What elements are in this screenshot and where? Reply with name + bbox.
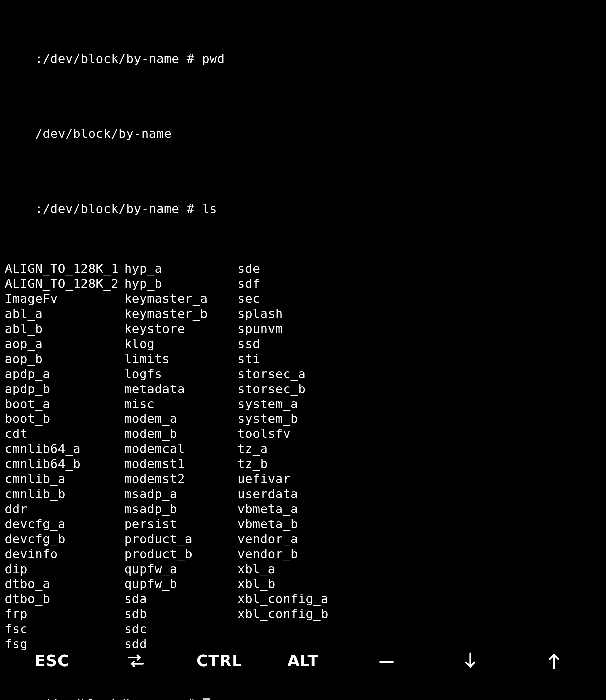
terminal-output[interactable]: :/dev/block/by-name # pwd /dev/block/by-… (0, 0, 606, 700)
ls-entry: keystore (124, 321, 237, 336)
ls-entry: vbmeta_a (237, 501, 298, 516)
terminal-cursor (203, 698, 210, 700)
ls-entry: splash (237, 306, 283, 321)
ls-row: dipqupfw_axbl_a (5, 562, 601, 577)
ctrl-key-button[interactable]: CTRL (195, 651, 243, 670)
ls-row: apdp_bmetadatastorsec_b (5, 381, 601, 396)
ls-entry: modemcal (124, 441, 237, 456)
ls-entry: fsc (5, 621, 124, 636)
ls-entry: storsec_b (237, 381, 306, 396)
ls-row: ALIGN_TO_128K_1hyp_asde (5, 261, 601, 276)
ls-entry: abl_b (5, 321, 124, 336)
ls-entry: system_a (237, 396, 298, 412)
ls-entry: userdata (237, 486, 298, 501)
ls-entry: xbl_config_b (237, 606, 328, 621)
ls-row: boot_amiscsystem_a (5, 396, 601, 412)
shell-command: pwd (202, 52, 225, 66)
ls-entry: xbl_b (237, 576, 275, 591)
tab-key-button[interactable] (112, 651, 160, 670)
ls-entry: qupfw_b (124, 576, 237, 591)
ls-entry: vbmeta_b (237, 516, 298, 531)
ls-entry: toolsfv (237, 426, 290, 441)
ls-row: boot_bmodem_asystem_b (5, 411, 601, 426)
ls-entry: vendor_b (237, 547, 298, 562)
ls-row: dtbo_aqupfw_bxbl_b (5, 576, 601, 591)
ls-entry: storsec_a (237, 366, 306, 381)
ls-entry: system_b (237, 411, 298, 426)
ls-entry: qupfw_a (124, 562, 237, 577)
extra-keys-toolbar: ESC CTRL ALT — (0, 642, 606, 679)
ls-entry: product_b (124, 547, 237, 562)
ls-row: abl_bkeystorespunvm (5, 321, 601, 336)
ls-row: devcfg_apersistvbmeta_b (5, 516, 601, 531)
ls-entry: ALIGN_TO_128K_2 (5, 276, 124, 291)
ls-entry: cmnlib64_a (5, 441, 124, 456)
ls-entry: product_a (124, 531, 237, 547)
alt-key-label: ALT (287, 651, 319, 670)
arrow-up-button[interactable] (530, 651, 578, 670)
ls-row: frpsdbxbl_config_b (5, 606, 601, 621)
ls-row: cdtmodem_btoolsfv (5, 426, 601, 441)
ls-entry: sdc (124, 621, 237, 636)
dash-key-label: — (379, 651, 395, 670)
ls-entry: dip (5, 562, 124, 577)
ls-row: ddrmsadp_bvbmeta_a (5, 501, 601, 516)
ls-entry: modem_a (124, 411, 237, 426)
esc-key-button[interactable]: ESC (28, 651, 76, 670)
ls-row: cmnlib_bmsadp_auserdata (5, 486, 601, 501)
ls-entry: frp (5, 606, 124, 621)
ls-entry: keymaster_b (124, 306, 237, 321)
ls-entry: metadata (124, 381, 237, 396)
ls-entry: devcfg_a (5, 516, 124, 531)
alt-key-button[interactable]: ALT (279, 651, 327, 670)
tab-icon (126, 651, 145, 670)
ls-entry: spunvm (237, 321, 283, 336)
ls-entry: boot_b (5, 411, 124, 426)
ls-entry: sdf (237, 276, 260, 291)
ls-entry: misc (124, 396, 237, 412)
ls-row: fscsdc (5, 621, 601, 636)
ls-entry: aop_b (5, 351, 124, 366)
dash-key-button[interactable]: — (363, 651, 411, 670)
arrow-down-button[interactable] (446, 651, 494, 670)
ls-row: devinfoproduct_bvendor_b (5, 547, 601, 562)
ls-row: aop_aklogssd (5, 336, 601, 351)
ls-entry: modemst1 (124, 456, 237, 471)
ls-entry: uefivar (237, 471, 290, 486)
ls-entry: sec (237, 291, 260, 306)
ls-row: cmnlib64_amodemcaltz_a (5, 441, 601, 456)
ls-entry: cmnlib64_b (5, 456, 124, 471)
ls-entry: apdp_a (5, 366, 124, 381)
ls-entry: xbl_a (237, 562, 275, 577)
ls-row: apdp_alogfsstorsec_a (5, 366, 601, 381)
ls-row: cmnlib_amodemst2uefivar (5, 471, 601, 486)
ls-entry: ImageFv (5, 291, 124, 306)
shell-prompt: :/dev/block/by-name # (35, 202, 202, 216)
ls-entry: sde (237, 261, 260, 276)
ls-entry: devcfg_b (5, 531, 124, 547)
ls-row: dtbo_bsdaxbl_config_a (5, 591, 601, 606)
ls-row: devcfg_bproduct_avendor_a (5, 531, 601, 547)
ls-entry: sda (124, 591, 237, 606)
arrow-up-icon (546, 651, 562, 670)
ls-entry: cmnlib_b (5, 486, 124, 501)
ls-entry: keymaster_a (124, 291, 237, 306)
ls-row: abl_akeymaster_bsplash (5, 306, 601, 321)
ls-row: aop_blimitssti (5, 351, 601, 366)
ls-entry: cdt (5, 426, 124, 441)
shell-prompt: :/dev/block/by-name # (35, 697, 202, 700)
ls-entry: aop_a (5, 336, 124, 351)
ls-row: cmnlib64_bmodemst1tz_b (5, 456, 601, 471)
ls-entry: boot_a (5, 396, 124, 412)
ctrl-key-label: CTRL (196, 651, 242, 670)
ls-entry: logfs (124, 366, 237, 381)
ls-entry: persist (124, 516, 237, 531)
ls-entry: limits (124, 351, 237, 366)
arrow-down-icon (463, 651, 478, 670)
ls-entry: ddr (5, 501, 124, 516)
ls-entry: tz_a (237, 441, 268, 456)
ls-entry: klog (124, 336, 237, 351)
ls-entry: ssd (237, 336, 260, 351)
ls-row: ImageFvkeymaster_asec (5, 291, 601, 306)
ls-entry: msadp_b (124, 501, 237, 516)
